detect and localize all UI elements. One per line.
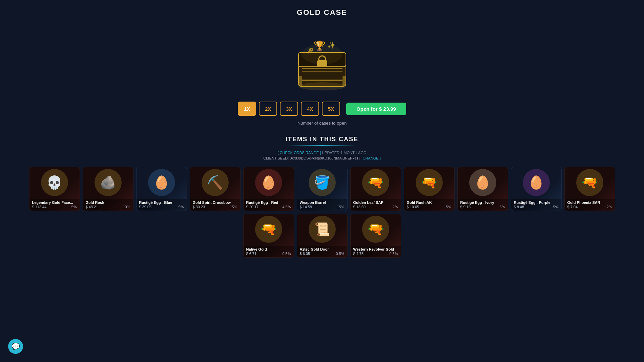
item-price-row: $ 48.21 10% xyxy=(86,205,130,209)
item-price: $ 39.05 xyxy=(139,205,152,209)
item-card[interactable]: 💀 Legendary Gold Face... $ 113.44 5% xyxy=(29,167,80,211)
qty-btn-3x[interactable]: 3X xyxy=(280,102,298,116)
item-pct: 10% xyxy=(123,205,130,209)
open-button[interactable]: Open for $ 23.99 xyxy=(346,103,406,115)
check-odds-link[interactable]: [ CHECK ODDS RANGE ] xyxy=(277,151,321,155)
seed-value: CLIENT SEED: 0kr8J9BQSkPdNp9KD108NMAiBPE… xyxy=(263,156,359,160)
item-name: Aztec Gold Door xyxy=(300,247,345,251)
item-pct: 5% xyxy=(446,205,452,209)
item-price: $ 10.05 xyxy=(407,205,419,209)
item-icon-area: 🔫 xyxy=(244,214,294,244)
svg-point-7 xyxy=(298,82,346,90)
svg-rect-3 xyxy=(302,71,342,72)
qty-btn-5x[interactable]: 5X xyxy=(322,102,340,116)
item-price-row: $ 113.44 5% xyxy=(32,205,77,209)
item-emoji: 💀 xyxy=(46,175,62,190)
chat-button[interactable]: 💬 xyxy=(8,339,23,354)
quantity-buttons: 1X 2X 3X 4X 5X Open for $ 23.99 xyxy=(238,102,406,116)
item-info: Gold Rush AK $ 10.05 5% xyxy=(404,199,454,211)
item-icon-area: 🥚 xyxy=(244,167,294,198)
item-info: Weapon Barrel $ 14.59 15% xyxy=(297,199,347,211)
item-emoji: 📜 xyxy=(314,222,330,237)
item-pct: 4.5% xyxy=(282,205,291,209)
item-pct: 0.5% xyxy=(336,252,344,256)
item-info: Gold Spirit Crossbow $ 30.23 15% xyxy=(190,199,240,211)
item-emoji: 🥚 xyxy=(153,175,169,190)
item-emoji: 🔫 xyxy=(582,175,598,190)
seed-info: CLIENT SEED: 0kr8J9BQSkPdNp9KD108NMAiBPE… xyxy=(0,156,644,160)
item-name: Rustigé Egg - Ivory xyxy=(460,200,505,205)
item-card[interactable]: 🔫 Golden Leaf SAP $ 13.69 2% xyxy=(350,167,401,211)
item-card[interactable]: 🥚 Rustigé Egg - Purple $ 8.48 5% xyxy=(511,167,562,211)
item-price-row: $ 4.75 0.5% xyxy=(353,252,398,256)
item-icon-area: 📜 xyxy=(297,214,347,244)
item-card[interactable]: 🪨 Gold Rock $ 48.21 10% xyxy=(83,167,133,211)
section-divider xyxy=(0,145,644,146)
item-card[interactable]: ⛏️ Gold Spirit Crossbow $ 30.23 15% xyxy=(190,167,241,211)
item-card[interactable]: 🥚 Rustigé Egg - Blue $ 39.05 5% xyxy=(136,167,187,211)
qty-btn-2x[interactable]: 2X xyxy=(259,102,277,116)
svg-rect-12 xyxy=(298,76,302,86)
item-card[interactable]: 🪣 Weapon Barrel $ 14.59 15% xyxy=(297,167,348,211)
item-info: Native Gold $ 6.71 0.5% xyxy=(244,246,294,257)
change-seed-link[interactable]: [ CHANGE ] xyxy=(360,156,380,160)
item-pct: 0.5% xyxy=(389,252,398,256)
item-icon-area: 💀 xyxy=(29,167,80,198)
item-icon-area: 🔫 xyxy=(351,167,401,198)
item-price-row: $ 9.16 5% xyxy=(460,205,505,209)
item-name: Western Revolver Gold xyxy=(353,247,398,251)
item-name: Gold Rush AK xyxy=(407,200,452,205)
case-image: 🏆 ✨ 🔑 xyxy=(288,27,356,91)
item-name: Gold Phoenix SAR xyxy=(567,200,612,205)
item-name: Weapon Barrel xyxy=(300,200,345,205)
item-price: $ 7.04 xyxy=(567,205,578,209)
item-emoji: 🔫 xyxy=(368,175,383,190)
item-price-row: $ 39.05 5% xyxy=(139,205,184,209)
item-card[interactable]: 🔫 Gold Phoenix SAR $ 7.04 2% xyxy=(564,167,615,211)
item-info: Rustigé Egg - Ivory $ 9.16 5% xyxy=(458,199,508,211)
item-emoji: 🪣 xyxy=(314,175,330,190)
qty-btn-4x[interactable]: 4X xyxy=(301,102,319,116)
item-emoji: 🪨 xyxy=(100,175,116,190)
item-card[interactable]: 🥚 Rustigé Egg - Ivory $ 9.16 5% xyxy=(457,167,508,211)
item-icon-area: 🔫 xyxy=(404,167,454,198)
item-pct: 2% xyxy=(393,205,398,209)
item-card[interactable]: 🥚 Rustigé Egg - Red $ 20.17 4.5% xyxy=(243,167,294,211)
item-emoji: ⛏️ xyxy=(207,175,223,190)
item-name: Legendary Gold Face... xyxy=(32,200,77,205)
item-card[interactable]: 🔫 Native Gold $ 6.71 0.5% xyxy=(243,214,294,258)
item-price: $ 6.05 xyxy=(300,252,310,256)
item-icon-area: 🔫 xyxy=(565,167,615,198)
item-price: $ 113.44 xyxy=(32,205,47,209)
item-price: $ 6.71 xyxy=(246,252,257,256)
item-pct: 2% xyxy=(607,205,612,209)
item-card[interactable]: 📜 Aztec Gold Door $ 6.05 0.5% xyxy=(297,214,348,258)
item-price: $ 8.48 xyxy=(514,205,524,209)
item-name: Golden Leaf SAP xyxy=(353,200,398,205)
item-card[interactable]: 🔫 Gold Rush AK $ 10.05 5% xyxy=(404,167,455,211)
item-price: $ 48.21 xyxy=(86,205,98,209)
item-pct: 5% xyxy=(71,205,77,209)
item-pct: 5% xyxy=(500,205,505,209)
item-price: $ 13.69 xyxy=(353,205,366,209)
item-emoji: 🔫 xyxy=(421,175,437,190)
item-pct: 15% xyxy=(230,205,237,209)
svg-text:🏆: 🏆 xyxy=(314,40,326,51)
quantity-helper: Number of cases to open xyxy=(297,121,347,126)
case-image-container: 🏆 ✨ 🔑 xyxy=(0,20,644,102)
svg-rect-13 xyxy=(342,76,346,86)
item-emoji: 🔫 xyxy=(261,222,276,237)
item-name: Rustigé Egg - Purple xyxy=(514,200,559,205)
item-info: Rustigé Egg - Red $ 20.17 4.5% xyxy=(244,199,294,211)
item-card[interactable]: 🔫 Western Revolver Gold $ 4.75 0.5% xyxy=(350,214,401,258)
odds-updated: UPDATED 1 MONTH AGO xyxy=(322,151,366,155)
item-price: $ 20.17 xyxy=(246,205,259,209)
item-info: Golden Leaf SAP $ 13.69 2% xyxy=(351,199,401,211)
item-price-row: $ 14.59 15% xyxy=(300,205,345,209)
item-name: Gold Rock xyxy=(86,200,130,205)
qty-btn-1x[interactable]: 1X xyxy=(238,102,256,116)
item-icon-area: 🥚 xyxy=(137,167,187,198)
item-price-row: $ 20.17 4.5% xyxy=(246,205,291,209)
item-icon-area: 🪨 xyxy=(83,167,133,198)
quantity-section: 1X 2X 3X 4X 5X Open for $ 23.99 Number o… xyxy=(0,102,644,126)
